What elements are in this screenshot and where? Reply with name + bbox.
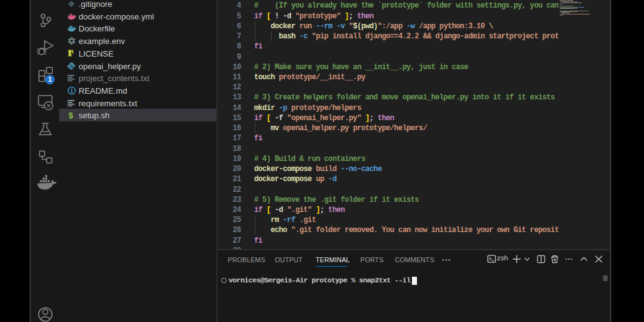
svg-text:1: 1 [48, 75, 52, 83]
